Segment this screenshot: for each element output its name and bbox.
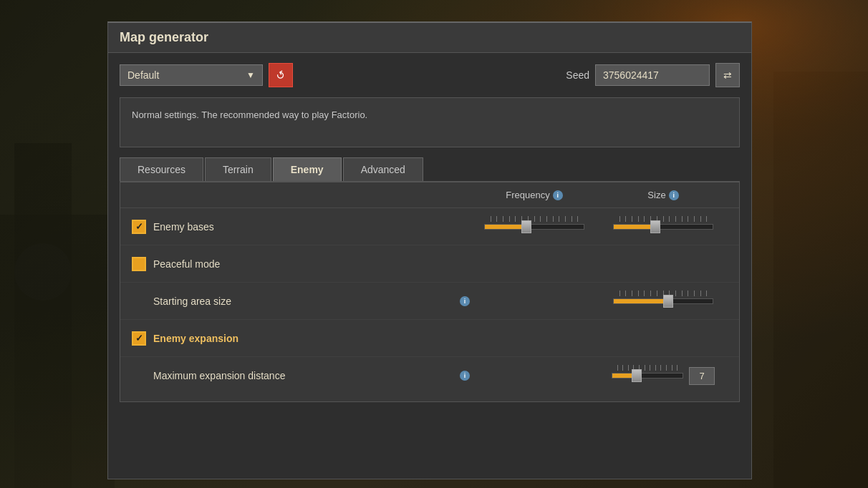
max-expansion-row: Maximum expansion distance i	[120, 357, 739, 394]
max-expansion-size-slider[interactable]	[612, 373, 683, 379]
starting-area-size-col	[599, 298, 728, 304]
description-text: Normal settings. The recommended way to …	[132, 109, 367, 120]
enemy-expansion-header-row: Enemy expansion	[120, 320, 739, 357]
dialog-body: Default ▼ ↺ Seed ⇄ Normal settings. The …	[108, 53, 751, 479]
max-expansion-no-checkbox	[132, 369, 146, 383]
peaceful-mode-label-group: Peaceful mode	[132, 257, 470, 271]
starting-area-label-group: Starting area size i	[132, 294, 470, 308]
tabs-row: Resources Terrain Enemy Advanced	[120, 157, 740, 182]
max-expansion-info-icon[interactable]: i	[460, 371, 470, 381]
peaceful-mode-checkbox[interactable]	[132, 257, 146, 271]
starting-area-info-icon[interactable]: i	[460, 296, 470, 306]
top-controls-row: Default ▼ ↺ Seed ⇄	[120, 63, 740, 87]
enemy-bases-label: Enemy bases	[153, 221, 470, 233]
enemy-bases-label-group: Enemy bases	[132, 220, 470, 234]
description-box: Normal settings. The recommended way to …	[120, 97, 740, 147]
max-expansion-value: 7	[689, 367, 715, 385]
enemy-expansion-checkbox[interactable]	[132, 331, 146, 346]
starting-area-size-slider[interactable]	[613, 298, 713, 304]
shuffle-icon: ⇄	[723, 69, 732, 81]
peaceful-mode-label: Peaceful mode	[153, 258, 470, 270]
peaceful-mode-row: Peaceful mode	[120, 245, 739, 283]
enemy-bases-frequency-col	[470, 224, 599, 230]
frequency-info-icon[interactable]: i	[553, 190, 563, 200]
map-generator-dialog: Map generator Default ▼ ↺ Seed ⇄ Normal …	[107, 21, 752, 479]
size-header: Size i	[599, 190, 728, 200]
starting-area-row: Starting area size i	[120, 283, 739, 320]
frequency-header: Frequency i	[470, 190, 599, 200]
tab-advanced[interactable]: Advanced	[343, 157, 423, 181]
enemy-bases-frequency-slider[interactable]	[484, 224, 584, 230]
chevron-down-icon: ▼	[246, 70, 255, 80]
enemy-bases-size-slider[interactable]	[613, 224, 713, 230]
max-expansion-label-group: Maximum expansion distance i	[132, 369, 470, 383]
enemy-bases-row: Enemy bases	[120, 208, 739, 245]
tab-terrain[interactable]: Terrain	[205, 157, 271, 181]
max-expansion-label: Maximum expansion distance	[153, 370, 450, 381]
content-area: Frequency i Size i Enemy bases	[120, 182, 740, 402]
starting-area-label: Starting area size	[153, 296, 450, 307]
seed-label: Seed	[566, 69, 589, 81]
max-expansion-size-col: 7	[599, 367, 728, 385]
tab-resources[interactable]: Resources	[120, 157, 203, 181]
enemy-bases-checkbox[interactable]	[132, 220, 146, 234]
enemy-bases-size-col	[599, 224, 728, 230]
dialog-title: Map generator	[120, 30, 208, 44]
preset-dropdown-text: Default	[127, 69, 241, 81]
size-info-icon[interactable]: i	[669, 190, 679, 200]
starting-area-no-checkbox	[132, 294, 146, 308]
column-headers-row: Frequency i Size i	[120, 182, 739, 208]
reset-button[interactable]: ↺	[269, 63, 293, 87]
seed-input[interactable]	[595, 64, 710, 86]
tab-enemy[interactable]: Enemy	[273, 157, 342, 181]
enemy-expansion-label: Enemy expansion	[153, 333, 728, 344]
dialog-title-bar: Map generator	[108, 23, 751, 53]
preset-dropdown[interactable]: Default ▼	[120, 64, 263, 86]
random-seed-button[interactable]: ⇄	[715, 63, 740, 87]
reset-icon: ↺	[274, 67, 288, 83]
